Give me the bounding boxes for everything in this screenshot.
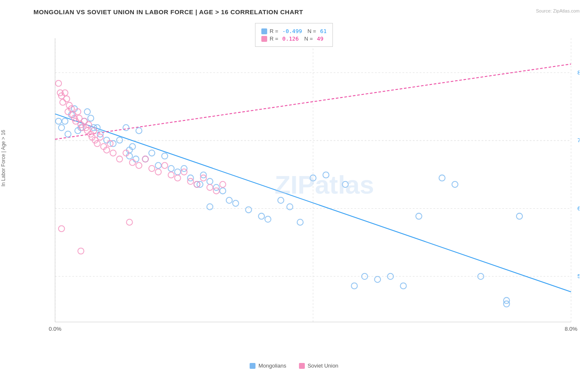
svg-point-85: [66, 102, 72, 108]
svg-point-59: [375, 276, 381, 282]
legend-row-mongolians: R = -0.499 N = 61: [261, 28, 327, 34]
svg-point-70: [265, 216, 271, 222]
chart-area: ZIPatlas 80.0% 70.0%: [29, 21, 580, 348]
y-axis-label: In Labor Force | Age > 16: [0, 130, 6, 186]
legend-n-value-2: 49: [317, 36, 324, 42]
svg-point-19: [62, 118, 68, 124]
svg-point-113: [149, 166, 155, 171]
legend-n-label-1: N =: [304, 28, 317, 34]
svg-point-48: [220, 188, 225, 194]
svg-point-69: [207, 204, 213, 209]
svg-point-124: [220, 181, 225, 187]
svg-point-56: [323, 172, 329, 178]
svg-text:60.0%: 60.0%: [578, 205, 580, 212]
svg-point-61: [400, 283, 406, 289]
svg-point-125: [126, 219, 132, 225]
svg-point-112: [142, 156, 148, 162]
svg-point-52: [258, 213, 264, 219]
svg-point-117: [175, 175, 181, 181]
svg-point-63: [439, 175, 445, 181]
svg-point-49: [226, 197, 232, 203]
svg-text:70.0%: 70.0%: [578, 137, 580, 143]
svg-point-107: [110, 150, 116, 156]
svg-point-116: [168, 172, 174, 178]
svg-point-39: [162, 153, 168, 159]
chart-title: MONGOLIAN VS SOVIET UNION IN LABOR FORCE…: [33, 8, 563, 15]
svg-point-53: [278, 197, 284, 203]
source-label: Source: ZipAtlas.com: [536, 8, 580, 13]
legend-r-value-1: -0.499: [282, 28, 302, 34]
svg-point-94: [81, 118, 87, 124]
svg-point-78: [56, 80, 61, 86]
svg-point-17: [65, 131, 71, 137]
svg-point-26: [88, 115, 94, 121]
svg-point-76: [351, 283, 357, 289]
svg-point-41: [175, 169, 181, 175]
svg-point-32: [123, 125, 129, 130]
svg-point-83: [64, 96, 69, 102]
bottom-legend-label-mongolians: Mongolians: [258, 363, 286, 369]
svg-point-81: [60, 99, 66, 105]
svg-point-110: [130, 159, 135, 165]
svg-point-64: [452, 181, 458, 187]
bottom-legend-box-mongolians: [250, 363, 256, 369]
chart-legend: R = -0.499 N = 61 R = 0.126 N = 49: [255, 23, 333, 47]
bottom-legend-box-soviet: [299, 363, 304, 369]
svg-point-37: [149, 150, 155, 156]
svg-text:80.0%: 80.0%: [578, 69, 580, 76]
svg-point-73: [56, 118, 61, 124]
svg-point-62: [416, 213, 422, 219]
bottom-legend-soviet: Soviet Union: [299, 363, 338, 369]
svg-point-23: [84, 109, 90, 115]
svg-point-115: [162, 163, 168, 169]
svg-point-67: [516, 213, 522, 219]
svg-point-51: [245, 207, 251, 212]
scatter-plot: 80.0% 70.0% 60.0% 50.0% 0.0% 8.0%: [29, 21, 580, 348]
legend-box-soviet: [261, 36, 267, 42]
legend-box-mongolians: [261, 28, 267, 34]
legend-r-value-2: 0.126: [282, 36, 299, 42]
svg-point-102: [94, 141, 100, 146]
svg-point-50: [233, 200, 238, 206]
svg-point-111: [136, 163, 142, 169]
svg-point-46: [207, 179, 213, 184]
svg-point-126: [78, 248, 84, 254]
svg-point-57: [342, 181, 348, 187]
svg-point-38: [155, 163, 161, 169]
bottom-legend-label-soviet: Soviet Union: [307, 363, 338, 369]
svg-point-28: [104, 137, 110, 143]
svg-point-71: [297, 219, 303, 225]
svg-point-122: [207, 184, 213, 190]
svg-point-68: [133, 156, 139, 162]
svg-point-114: [155, 169, 161, 175]
legend-row-soviet: R = 0.126 N = 49: [261, 36, 327, 42]
svg-text:8.0%: 8.0%: [565, 326, 578, 332]
bottom-legend-mongolians: Mongolians: [250, 363, 286, 369]
svg-point-31: [117, 137, 123, 143]
chart-container: MONGOLIAN VS SOVIET UNION IN LABOR FORCE…: [0, 0, 588, 373]
legend-n-label-2: N =: [301, 36, 314, 42]
svg-point-35: [136, 128, 142, 133]
svg-text:0.0%: 0.0%: [49, 326, 61, 332]
legend-n-value-1: 61: [320, 28, 327, 34]
svg-text:50.0%: 50.0%: [578, 273, 580, 279]
svg-point-108: [117, 156, 123, 162]
svg-point-40: [168, 166, 174, 171]
bottom-legend: Mongolians Soviet Union: [250, 363, 338, 369]
legend-r-label-2: R =: [270, 36, 280, 42]
legend-r-label-1: R =: [270, 28, 280, 34]
svg-point-127: [59, 226, 64, 232]
svg-point-54: [287, 204, 293, 209]
svg-point-72: [59, 125, 64, 130]
